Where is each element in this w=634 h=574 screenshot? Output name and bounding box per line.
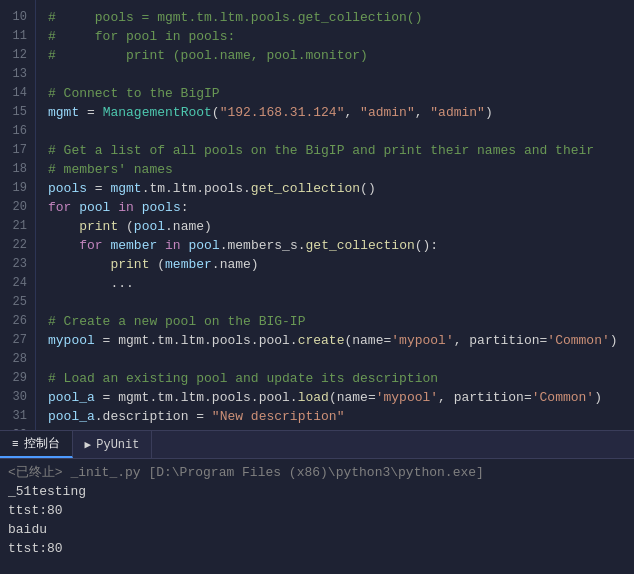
code-line: pool_a = mgmt.tm.ltm.pools.pool.load(nam… xyxy=(48,388,633,407)
line-numbers: 1011121314151617181920212223242526272829… xyxy=(0,0,36,430)
line-number: 18 xyxy=(8,160,27,179)
code-line: # for pool in pools: xyxy=(48,27,633,46)
tab-icon: ▶ xyxy=(85,438,92,451)
code-line: for member in pool.members_s.get_collect… xyxy=(48,236,633,255)
line-number: 11 xyxy=(8,27,27,46)
code-line: mypool = mgmt.tm.ltm.pools.pool.create(n… xyxy=(48,331,633,350)
bottom-panel: ≡控制台▶PyUnit <已终止> _init_.py [D:\Program … xyxy=(0,430,634,574)
line-number: 31 xyxy=(8,407,27,426)
line-number: 15 xyxy=(8,103,27,122)
code-lines: # pools = mgmt.tm.ltm.pools.get_collecti… xyxy=(36,0,634,430)
code-line: # members' names xyxy=(48,160,633,179)
line-number: 28 xyxy=(8,350,27,369)
line-number: 16 xyxy=(8,122,27,141)
line-number: 17 xyxy=(8,141,27,160)
code-line xyxy=(48,122,633,141)
code-line: # print (pool.name, pool.monitor) xyxy=(48,46,633,65)
code-line: print (member.name) xyxy=(48,255,633,274)
console-line: baidu xyxy=(8,520,626,539)
code-line: # Connect to the BigIP xyxy=(48,84,633,103)
console-line: ttst:80 xyxy=(8,501,626,520)
code-container[interactable]: 1011121314151617181920212223242526272829… xyxy=(0,0,634,430)
tab-label: PyUnit xyxy=(96,438,139,452)
code-line: mgmt = ManagementRoot("192.168.31.124", … xyxy=(48,103,633,122)
code-line: for pool in pools: xyxy=(48,198,633,217)
line-number: 29 xyxy=(8,369,27,388)
line-number: 21 xyxy=(8,217,27,236)
line-number: 10 xyxy=(8,8,27,27)
code-line: # Create a new pool on the BIG-IP xyxy=(48,312,633,331)
code-line: print (pool.name) xyxy=(48,217,633,236)
line-number: 19 xyxy=(8,179,27,198)
line-number: 24 xyxy=(8,274,27,293)
console-line: _51testing xyxy=(8,482,626,501)
line-number: 30 xyxy=(8,388,27,407)
panel-tab-PyUnit[interactable]: ▶PyUnit xyxy=(73,431,153,458)
editor-area: 1011121314151617181920212223242526272829… xyxy=(0,0,634,430)
code-line: # pools = mgmt.tm.ltm.pools.get_collecti… xyxy=(48,8,633,27)
panel-tab-控制台[interactable]: ≡控制台 xyxy=(0,431,73,458)
console-line: ttst:80 xyxy=(8,539,626,558)
line-number: 13 xyxy=(8,65,27,84)
line-number: 14 xyxy=(8,84,27,103)
code-line xyxy=(48,350,633,369)
code-line: ... xyxy=(48,274,633,293)
code-line xyxy=(48,293,633,312)
line-number: 12 xyxy=(8,46,27,65)
code-line: pools = mgmt.tm.ltm.pools.get_collection… xyxy=(48,179,633,198)
console-line: <已终止> _init_.py [D:\Program Files (x86)\… xyxy=(8,463,626,482)
tab-icon: ≡ xyxy=(12,438,19,450)
code-line: # Get a list of all pools on the BigIP a… xyxy=(48,141,633,160)
line-number: 32 xyxy=(8,426,27,430)
line-number: 26 xyxy=(8,312,27,331)
line-number: 22 xyxy=(8,236,27,255)
line-number: 27 xyxy=(8,331,27,350)
code-line: pool_a.description = "New description" xyxy=(48,407,633,426)
code-line: pool_a.update() xyxy=(48,426,633,430)
panel-content: <已终止> _init_.py [D:\Program Files (x86)\… xyxy=(0,459,634,574)
line-number: 25 xyxy=(8,293,27,312)
panel-tabs: ≡控制台▶PyUnit xyxy=(0,431,634,459)
line-number: 23 xyxy=(8,255,27,274)
code-line xyxy=(48,65,633,84)
line-number: 20 xyxy=(8,198,27,217)
code-line: # Load an existing pool and update its d… xyxy=(48,369,633,388)
tab-label: 控制台 xyxy=(24,435,60,452)
